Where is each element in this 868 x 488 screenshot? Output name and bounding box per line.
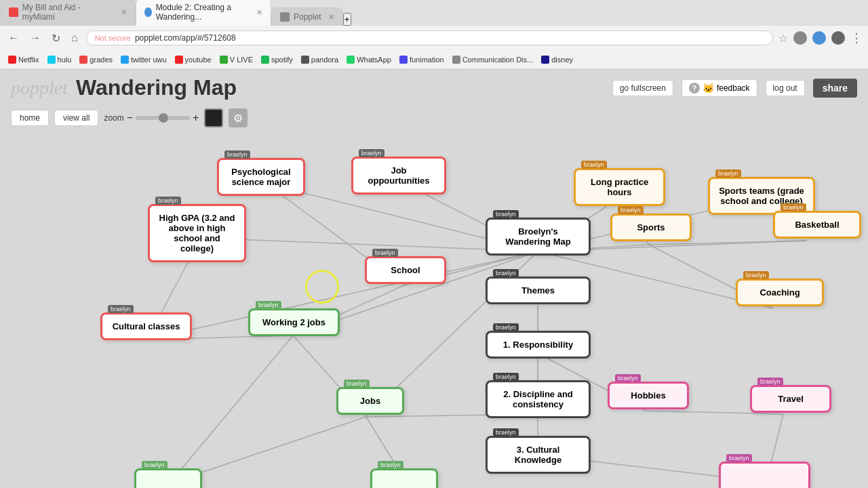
tab-my-bill[interactable]: My Bill and Aid - myMiami ✕ [0, 0, 136, 26]
card-discipline[interactable]: braelyn 2. Discipline and consistency [486, 380, 591, 418]
tab-module[interactable]: Module 2: Creating a Wandering... ✕ [136, 0, 271, 26]
address-bar[interactable]: Not secure popplet.com/app/#/5712608 [86, 30, 773, 45]
card-broelyn-map[interactable]: braelyn Broelyn's Wandering Map [486, 218, 591, 256]
bookmark-star[interactable]: ☆ [778, 32, 788, 45]
card-bottom-center[interactable]: braelyn [370, 468, 438, 488]
card-cultural-knowledge[interactable]: braelyn 3. Cultural Knowledge [486, 436, 591, 474]
bookmark-icon-funimation [399, 56, 408, 64]
card-text-high-gpa: High GPA (3.2 and above in high school a… [159, 213, 235, 253]
zoom-in-button[interactable]: + [193, 112, 199, 124]
tab-close-popplet[interactable]: ✕ [328, 13, 334, 22]
bookmark-hulu[interactable]: hulu [45, 55, 75, 64]
card-coaching[interactable]: braelyn Coaching [736, 279, 824, 306]
bookmark-icon-whatsapp [347, 56, 355, 64]
tab-bar: My Bill and Aid - myMiami ✕ Module 2: Cr… [0, 0, 868, 26]
bookmark-funimation[interactable]: funimation [397, 55, 447, 64]
extension-icon-1[interactable] [793, 31, 807, 45]
feedback-label: feedback [717, 83, 750, 93]
canvas[interactable]: braelyn Psychological science major brae… [0, 138, 868, 488]
home-button[interactable]: home [11, 110, 49, 126]
card-bottom-pink[interactable]: braelyn [719, 462, 810, 488]
card-text-basketball: Basketball [795, 220, 839, 230]
back-button[interactable]: ← [5, 30, 22, 45]
card-long-practice[interactable]: braelyn Long practice hours [574, 168, 665, 206]
zoom-handle[interactable] [159, 113, 168, 123]
card-text-travel: Travel [778, 394, 804, 404]
card-basketball[interactable]: braelyn Basketball [773, 211, 861, 239]
card-text-working-2-jobs: Working 2 jobs [262, 317, 326, 327]
settings-button[interactable]: ⚙ [229, 108, 248, 127]
app-topbar: popplet Wandering Map go fullscreen ? 🐱 … [0, 70, 868, 106]
card-travel[interactable]: braelyn Travel [750, 385, 831, 413]
home-nav-button[interactable]: ⌂ [68, 30, 81, 45]
color-picker[interactable] [204, 108, 223, 127]
card-bottom-left[interactable]: braelyn [134, 468, 202, 488]
view-all-button[interactable]: view all [54, 110, 98, 126]
menu-button[interactable]: ⋮ [850, 30, 863, 45]
bookmark-vlive[interactable]: V LIVE [217, 55, 256, 64]
card-text-themes: Themes [521, 285, 555, 296]
logout-button[interactable]: log out [766, 80, 805, 96]
bookmark-twitter[interactable]: twitter uwu [118, 55, 170, 64]
cursor-indicator [305, 270, 339, 304]
card-responsibility[interactable]: braelyn 1. Responsibility [486, 331, 591, 359]
card-text-discipline: 2. Discipline and consistency [503, 389, 573, 409]
card-job-opps[interactable]: braelyn Job oppourtunities [351, 157, 446, 195]
bookmark-disney[interactable]: disney [538, 55, 576, 64]
bookmark-label-youtube: youtube [185, 56, 212, 64]
card-text-coaching: Coaching [760, 287, 800, 298]
card-label-broelyn-map: braelyn [493, 210, 519, 218]
card-high-gpa[interactable]: braelyn High GPA (3.2 and above in high … [148, 204, 246, 262]
share-button[interactable]: share [813, 79, 857, 98]
tab-close-mybill[interactable]: ✕ [121, 8, 127, 17]
card-label-bottom-center: braelyn [378, 461, 403, 469]
card-text-long-practice: Long practice hours [591, 177, 648, 197]
card-label-school: braelyn [372, 249, 398, 257]
card-text-broelyn-map: Broelyn's Wandering Map [505, 226, 570, 247]
bookmark-spotify[interactable]: spotify [258, 55, 296, 64]
security-indicator: Not secure [95, 34, 131, 42]
card-label-long-practice: braelyn [581, 161, 607, 169]
forward-button[interactable]: → [27, 30, 43, 45]
card-psychological[interactable]: braelyn Psychological science major [217, 158, 305, 196]
tab-label-mybill: My Bill and Aid - myMiami [22, 3, 114, 22]
reload-button[interactable]: ↻ [49, 30, 63, 46]
tab-close-module[interactable]: ✕ [256, 8, 262, 17]
zoom-label: zoom [104, 113, 123, 123]
fullscreen-button[interactable]: go fullscreen [612, 80, 673, 96]
bookmark-label-commdis: Communication Dis... [462, 56, 534, 64]
bookmark-grades[interactable]: grades [77, 55, 115, 64]
card-label-working-2-jobs: braelyn [256, 301, 281, 309]
card-sports[interactable]: braelyn Sports [610, 214, 692, 241]
bookmark-label-hulu: hulu [58, 56, 72, 64]
extension-icon-3[interactable] [831, 31, 845, 45]
card-working-2-jobs[interactable]: braelyn Working 2 jobs [248, 308, 340, 336]
bookmark-netflix[interactable]: Netflix [5, 55, 42, 64]
bookmark-commdis[interactable]: Communication Dis... [450, 55, 536, 64]
bookmark-youtube[interactable]: youtube [172, 55, 214, 64]
tab-popplet[interactable]: Popplet ✕ [271, 7, 343, 26]
new-tab-button[interactable]: + [343, 13, 351, 26]
bookmark-icon-netflix [8, 56, 16, 64]
address-text: popplet.com/app/#/5712608 [135, 33, 236, 43]
bookmark-icon-spotify [261, 56, 269, 64]
card-label-jobs: braelyn [344, 380, 370, 388]
bookmark-whatsapp[interactable]: WhatsApp [344, 55, 394, 64]
card-cultural-classes[interactable]: braelyn Cultural classes [100, 312, 192, 340]
bookmark-pandora[interactable]: pandora [298, 55, 341, 64]
card-jobs[interactable]: braelyn Jobs [336, 387, 404, 415]
bookmark-label-disney: disney [551, 56, 573, 64]
zoom-out-button[interactable]: − [127, 112, 133, 124]
card-hobbies[interactable]: braelyn Hobbies [608, 382, 689, 409]
card-school[interactable]: braelyn School [365, 256, 446, 284]
card-themes[interactable]: braelyn Themes [486, 277, 591, 304]
bookmark-label-netflix: Netflix [18, 56, 39, 64]
feedback-button[interactable]: ? 🐱 feedback [682, 79, 757, 97]
popplet-logo: popplet [11, 77, 68, 99]
card-text-psychological: Psychological science major [231, 167, 290, 187]
bookmark-icon-commdis [452, 56, 460, 64]
extension-icon-2[interactable] [812, 31, 826, 45]
tab-label-module: Module 2: Creating a Wandering... [156, 3, 250, 22]
bookmark-icon-twitter [121, 56, 129, 64]
zoom-slider[interactable] [136, 116, 190, 120]
